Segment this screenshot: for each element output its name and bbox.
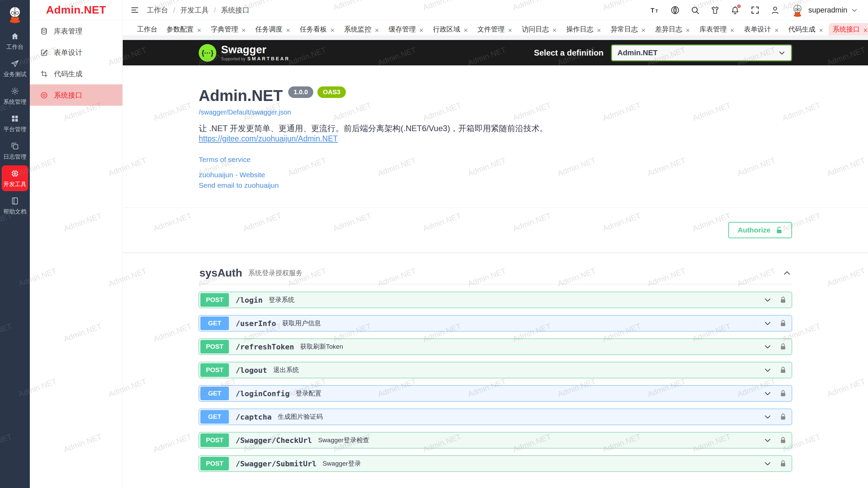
- lock-icon[interactable]: [780, 460, 786, 468]
- sidebar-item-2[interactable]: 代码生成: [30, 63, 122, 84]
- operation-path[interactable]: /login: [236, 296, 262, 304]
- tab-14[interactable]: 表单设计: [740, 23, 783, 35]
- close-icon[interactable]: [730, 27, 735, 32]
- sidebar-logo[interactable]: Admin.NET: [30, 0, 122, 20]
- breadcrumb-item[interactable]: 工作台: [147, 5, 168, 15]
- chevron-down-icon[interactable]: [764, 366, 772, 374]
- lock-icon[interactable]: [780, 413, 786, 421]
- tab-16[interactable]: 系统接口: [829, 23, 868, 35]
- tab-1[interactable]: 参数配置: [162, 23, 206, 35]
- repo-link[interactable]: https://gitee.com/zuohuaijun/Admin.NET: [199, 134, 338, 143]
- email-link[interactable]: Send email to zuohuaijun: [199, 181, 279, 189]
- lock-icon[interactable]: [780, 436, 786, 444]
- opblock[interactable]: POST/logout退出系统: [199, 362, 792, 378]
- breadcrumb-item[interactable]: 系统接口: [221, 5, 250, 15]
- rail-item-5[interactable]: 开发工具: [2, 165, 28, 191]
- lock-icon[interactable]: [780, 343, 786, 351]
- bell-icon[interactable]: [730, 5, 740, 15]
- font-size-icon[interactable]: TT: [650, 5, 660, 15]
- sidebar-item-3[interactable]: 系统接口: [30, 84, 122, 106]
- operation-path[interactable]: /refreshToken: [236, 343, 294, 351]
- lock-icon[interactable]: [780, 366, 786, 374]
- opblock[interactable]: POST/Swagger/SubmitUrlSwagger登录: [199, 455, 792, 472]
- breadcrumb-item[interactable]: 开发工具: [180, 5, 209, 15]
- operation-path[interactable]: /logout: [236, 366, 267, 374]
- close-icon[interactable]: [330, 27, 335, 32]
- operation-path[interactable]: /userInfo: [236, 319, 276, 328]
- definition-select[interactable]: Admin.NET: [611, 44, 792, 61]
- lock-icon[interactable]: [780, 296, 786, 304]
- tab-12[interactable]: 差异日志: [651, 23, 694, 35]
- opblock[interactable]: GET/loginConfig登录配置: [199, 385, 792, 402]
- user-icon[interactable]: [770, 5, 780, 15]
- tab-15[interactable]: 代码生成: [784, 23, 828, 35]
- fullscreen-icon[interactable]: [750, 5, 760, 15]
- language-icon[interactable]: [670, 5, 680, 15]
- app-logo-mascot[interactable]: [5, 4, 25, 24]
- authorize-button[interactable]: Authorize: [728, 222, 792, 238]
- rail-item-4[interactable]: 日志管理: [2, 138, 28, 164]
- chevron-down-icon[interactable]: [764, 413, 772, 421]
- chevron-down-icon[interactable]: [764, 389, 772, 398]
- operation-path[interactable]: /captcha: [236, 413, 272, 421]
- rail-item-6[interactable]: 帮助文档: [2, 193, 28, 219]
- rail-item-3[interactable]: 平台管理: [2, 110, 28, 136]
- close-icon[interactable]: [596, 27, 601, 32]
- rail-item-2[interactable]: 系统管理: [2, 83, 28, 109]
- lock-icon[interactable]: [780, 389, 786, 398]
- close-icon[interactable]: [241, 27, 246, 32]
- close-icon[interactable]: [774, 27, 779, 32]
- close-icon[interactable]: [197, 27, 202, 32]
- tab-0[interactable]: 工作台: [133, 23, 161, 35]
- opblock[interactable]: POST/refreshToken获取刷新Token: [199, 339, 792, 355]
- opblock[interactable]: POST/Swagger/CheckUrlSwagger登录检查: [199, 432, 792, 448]
- operation-path[interactable]: /Swagger/SubmitUrl: [236, 460, 316, 468]
- menu-collapse-icon[interactable]: [130, 5, 139, 15]
- sidebar-item-0[interactable]: 库表管理: [30, 20, 122, 42]
- close-icon[interactable]: [641, 27, 646, 32]
- close-icon[interactable]: [685, 27, 690, 32]
- swagger-logo[interactable]: {···} Swagger Supported bySMARTBEAR: [199, 44, 290, 62]
- tab-7[interactable]: 行政区域: [429, 23, 472, 35]
- theme-icon[interactable]: [710, 5, 720, 15]
- tab-11[interactable]: 异常日志: [607, 23, 650, 35]
- opblock[interactable]: POST/login登录系统: [199, 292, 792, 308]
- close-icon[interactable]: [552, 27, 557, 32]
- tab-9[interactable]: 访问日志: [518, 23, 561, 35]
- tab-13[interactable]: 库表管理: [695, 23, 739, 35]
- tab-6[interactable]: 缓存管理: [384, 23, 428, 35]
- chevron-up-icon[interactable]: [783, 269, 791, 278]
- close-icon[interactable]: [463, 27, 468, 32]
- close-icon[interactable]: [285, 27, 291, 32]
- tab-10[interactable]: 操作日志: [562, 23, 606, 35]
- tab-3[interactable]: 任务调度: [251, 23, 295, 35]
- close-icon[interactable]: [508, 27, 513, 32]
- rail-item-1[interactable]: 业务测试: [2, 56, 28, 81]
- chevron-down-icon[interactable]: [764, 436, 772, 444]
- lock-icon[interactable]: [780, 319, 786, 327]
- tab-4[interactable]: 任务看板: [296, 23, 339, 35]
- close-icon[interactable]: [374, 27, 379, 32]
- user-menu[interactable]: superadmin: [790, 3, 858, 17]
- chevron-down-icon[interactable]: [764, 319, 772, 327]
- chevron-down-icon[interactable]: [764, 460, 772, 468]
- tab-5[interactable]: 系统监控: [340, 23, 383, 35]
- tab-8[interactable]: 文件管理: [473, 23, 517, 35]
- section-header[interactable]: sysAuth系统登录授权服务: [199, 265, 792, 284]
- close-icon[interactable]: [863, 27, 868, 32]
- chevron-down-icon[interactable]: [764, 296, 772, 304]
- website-link[interactable]: zuohuaijun - Website: [199, 171, 265, 179]
- close-icon[interactable]: [818, 27, 824, 32]
- chevron-down-icon[interactable]: [764, 343, 772, 351]
- close-icon[interactable]: [419, 27, 424, 32]
- sidebar-item-1[interactable]: 表单设计: [30, 42, 122, 63]
- operation-path[interactable]: /loginConfig: [236, 389, 290, 398]
- opblock[interactable]: GET/userInfo获取用户信息: [199, 315, 792, 331]
- spec-url-link[interactable]: /swagger/Default/swagger.json: [199, 108, 291, 116]
- terms-link[interactable]: Terms of service: [199, 156, 251, 164]
- search-icon[interactable]: [690, 5, 700, 15]
- operation-path[interactable]: /Swagger/CheckUrl: [236, 436, 312, 445]
- rail-item-0[interactable]: 工作台: [2, 28, 28, 54]
- opblock[interactable]: GET/captcha生成图片验证码: [199, 409, 792, 425]
- tab-2[interactable]: 字典管理: [207, 23, 250, 35]
